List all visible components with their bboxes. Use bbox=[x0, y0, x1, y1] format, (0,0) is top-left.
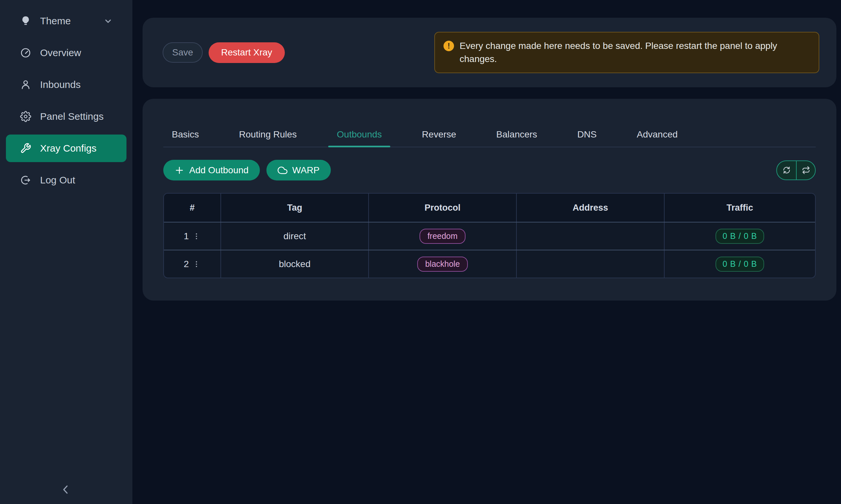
sidebar-item-inbounds[interactable]: Inbounds bbox=[6, 71, 126, 98]
sidebar-item-theme[interactable]: Theme bbox=[6, 7, 126, 35]
toolbar-card: Save Restart Xray ! Every change made he… bbox=[142, 18, 836, 87]
traffic-badge: 0 B / 0 B bbox=[716, 229, 765, 244]
gear-icon bbox=[20, 111, 31, 122]
sidebar-item-log-out[interactable]: Log Out bbox=[6, 166, 126, 194]
outbounds-actions-row: Add Outbound WARP bbox=[163, 160, 816, 180]
traffic-cell: 0 B / 0 B bbox=[665, 222, 815, 250]
user-icon bbox=[20, 79, 31, 90]
protocol-badge: blackhole bbox=[417, 257, 468, 272]
restart-xray-button[interactable]: Restart Xray bbox=[209, 42, 285, 63]
column-header-tag: Tag bbox=[221, 194, 369, 222]
sidebar-item-label: Panel Settings bbox=[40, 111, 103, 122]
sidebar-item-label: Theme bbox=[40, 15, 71, 26]
tab-reverse[interactable]: Reverse bbox=[413, 122, 464, 147]
row-index: 1 bbox=[184, 231, 189, 241]
sidebar-item-label: Inbounds bbox=[40, 79, 81, 90]
chevron-left-icon bbox=[59, 483, 72, 496]
refresh-icon bbox=[782, 166, 791, 175]
more-vertical-icon[interactable] bbox=[192, 232, 201, 240]
sidebar-item-label: Xray Configs bbox=[40, 143, 97, 154]
cloud-icon bbox=[278, 165, 288, 175]
index-cell: 2 bbox=[164, 250, 221, 277]
table-row: 1 direct freedom 0 B / 0 B bbox=[164, 222, 815, 250]
table-row: 2 blocked blackhole 0 B / 0 B bbox=[164, 250, 815, 277]
address-cell bbox=[517, 250, 665, 277]
tab-balancers[interactable]: Balancers bbox=[488, 122, 546, 147]
plus-icon bbox=[174, 165, 184, 175]
column-header-protocol: Protocol bbox=[369, 194, 517, 222]
repeat-icon bbox=[802, 166, 810, 175]
column-header-index: # bbox=[164, 194, 221, 222]
wrench-icon bbox=[20, 143, 31, 154]
sidebar-item-overview[interactable]: Overview bbox=[6, 39, 126, 67]
table-refresh-group bbox=[776, 160, 816, 180]
tag-cell: blocked bbox=[221, 250, 369, 277]
warp-button[interactable]: WARP bbox=[267, 160, 331, 180]
lightbulb-icon bbox=[20, 15, 31, 26]
logout-icon bbox=[20, 175, 31, 186]
config-tabs: Basics Routing Rules Outbounds Reverse B… bbox=[163, 122, 816, 147]
xray-configs-card: Basics Routing Rules Outbounds Reverse B… bbox=[142, 99, 836, 301]
tab-advanced[interactable]: Advanced bbox=[628, 122, 686, 147]
gauge-icon bbox=[20, 47, 31, 58]
protocol-cell: blackhole bbox=[369, 250, 517, 277]
protocol-cell: freedom bbox=[369, 222, 517, 250]
tab-outbounds[interactable]: Outbounds bbox=[328, 122, 390, 147]
warp-label: WARP bbox=[292, 165, 320, 176]
warning-alert: ! Every change made here needs to be sav… bbox=[434, 32, 819, 73]
save-button[interactable]: Save bbox=[162, 42, 203, 63]
traffic-badge: 0 B / 0 B bbox=[716, 257, 765, 272]
outbounds-table: # Tag Protocol Address Traffic 1 direct … bbox=[163, 193, 816, 278]
refresh-button[interactable] bbox=[777, 161, 796, 179]
sidebar-item-label: Log Out bbox=[40, 175, 75, 186]
chevron-down-icon bbox=[103, 16, 113, 25]
column-header-address: Address bbox=[517, 194, 665, 222]
warning-icon: ! bbox=[444, 41, 454, 51]
more-vertical-icon[interactable] bbox=[192, 260, 201, 268]
warning-alert-text: Every change made here needs to be saved… bbox=[460, 39, 801, 66]
tab-dns[interactable]: DNS bbox=[569, 122, 605, 147]
add-outbound-label: Add Outbound bbox=[189, 165, 249, 176]
tag-cell: direct bbox=[221, 222, 369, 250]
column-header-traffic: Traffic bbox=[665, 194, 815, 222]
index-cell: 1 bbox=[164, 222, 221, 250]
sidebar-item-xray-configs[interactable]: Xray Configs bbox=[6, 134, 126, 162]
address-cell bbox=[517, 222, 665, 250]
sidebar-item-label: Overview bbox=[40, 47, 81, 58]
sidebar: Theme Overview Inbounds bbox=[0, 0, 132, 504]
traffic-cell: 0 B / 0 B bbox=[665, 250, 815, 277]
table-header-row: # Tag Protocol Address Traffic bbox=[164, 194, 815, 222]
tab-routing-rules[interactable]: Routing Rules bbox=[230, 122, 305, 147]
add-outbound-button[interactable]: Add Outbound bbox=[163, 160, 260, 180]
row-index: 2 bbox=[184, 259, 189, 269]
protocol-badge: freedom bbox=[419, 229, 465, 244]
sidebar-collapse-button[interactable] bbox=[58, 482, 73, 497]
repeat-button[interactable] bbox=[796, 161, 815, 179]
tab-basics[interactable]: Basics bbox=[163, 122, 207, 147]
sidebar-item-panel-settings[interactable]: Panel Settings bbox=[6, 103, 126, 130]
